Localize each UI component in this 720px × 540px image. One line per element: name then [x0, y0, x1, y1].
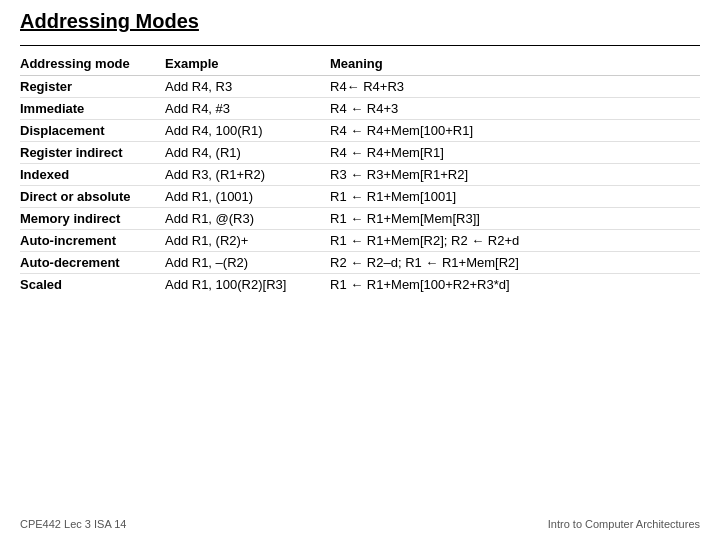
- table-row: Memory indirectAdd R1, @(R3)R1 ← R1+Mem[…: [20, 208, 700, 230]
- page-container: Addressing Modes Addressing mode Example…: [0, 0, 720, 540]
- cell-meaning: R2 ← R2–d; R1 ← R1+Mem[R2]: [330, 252, 700, 274]
- cell-meaning: R4 ← R4+3: [330, 98, 700, 120]
- cell-meaning: R3 ← R3+Mem[R1+R2]: [330, 164, 700, 186]
- cell-mode: Direct or absolute: [20, 186, 165, 208]
- page-title: Addressing Modes: [20, 10, 700, 37]
- footer-right: Intro to Computer Architectures: [548, 518, 700, 530]
- header-example: Example: [165, 52, 330, 76]
- table-row: Register indirectAdd R4, (R1)R4 ← R4+Mem…: [20, 142, 700, 164]
- table-row: Auto-decrementAdd R1, –(R2)R2 ← R2–d; R1…: [20, 252, 700, 274]
- cell-mode: Scaled: [20, 274, 165, 296]
- table-header-row: Addressing mode Example Meaning: [20, 52, 700, 76]
- cell-mode: Auto-decrement: [20, 252, 165, 274]
- cell-example: Add R4, R3: [165, 76, 330, 98]
- cell-example: Add R3, (R1+R2): [165, 164, 330, 186]
- cell-example: Add R1, –(R2): [165, 252, 330, 274]
- addressing-modes-table: Addressing mode Example Meaning Register…: [20, 52, 700, 295]
- cell-meaning: R4← R4+R3: [330, 76, 700, 98]
- footer-left: CPE442 Lec 3 ISA 14: [20, 518, 126, 530]
- table-row: DisplacementAdd R4, 100(R1)R4 ← R4+Mem[1…: [20, 120, 700, 142]
- cell-meaning: R1 ← R1+Mem[R2]; R2 ← R2+d: [330, 230, 700, 252]
- cell-mode: Auto-increment: [20, 230, 165, 252]
- cell-example: Add R4, (R1): [165, 142, 330, 164]
- cell-meaning: R1 ← R1+Mem[Mem[R3]]: [330, 208, 700, 230]
- cell-example: Add R4, 100(R1): [165, 120, 330, 142]
- cell-mode: Immediate: [20, 98, 165, 120]
- cell-example: Add R1, @(R3): [165, 208, 330, 230]
- cell-example: Add R1, (R2)+: [165, 230, 330, 252]
- cell-example: Add R4, #3: [165, 98, 330, 120]
- cell-meaning: R1 ← R1+Mem[1001]: [330, 186, 700, 208]
- table-row: Auto-incrementAdd R1, (R2)+R1 ← R1+Mem[R…: [20, 230, 700, 252]
- table-row: ScaledAdd R1, 100(R2)[R3]R1 ← R1+Mem[100…: [20, 274, 700, 296]
- cell-mode: Displacement: [20, 120, 165, 142]
- cell-example: Add R1, 100(R2)[R3]: [165, 274, 330, 296]
- cell-mode: Register: [20, 76, 165, 98]
- cell-meaning: R4 ← R4+Mem[R1]: [330, 142, 700, 164]
- cell-meaning: R1 ← R1+Mem[100+R2+R3*d]: [330, 274, 700, 296]
- cell-example: Add R1, (1001): [165, 186, 330, 208]
- footer: CPE442 Lec 3 ISA 14 Intro to Computer Ar…: [20, 518, 700, 530]
- cell-meaning: R4 ← R4+Mem[100+R1]: [330, 120, 700, 142]
- table-row: ImmediateAdd R4, #3R4 ← R4+3: [20, 98, 700, 120]
- cell-mode: Indexed: [20, 164, 165, 186]
- cell-mode: Memory indirect: [20, 208, 165, 230]
- header-mode: Addressing mode: [20, 52, 165, 76]
- table-row: Direct or absoluteAdd R1, (1001)R1 ← R1+…: [20, 186, 700, 208]
- table-row: IndexedAdd R3, (R1+R2)R3 ← R3+Mem[R1+R2]: [20, 164, 700, 186]
- cell-mode: Register indirect: [20, 142, 165, 164]
- header-meaning: Meaning: [330, 52, 700, 76]
- table-row: RegisterAdd R4, R3R4← R4+R3: [20, 76, 700, 98]
- title-divider: [20, 45, 700, 46]
